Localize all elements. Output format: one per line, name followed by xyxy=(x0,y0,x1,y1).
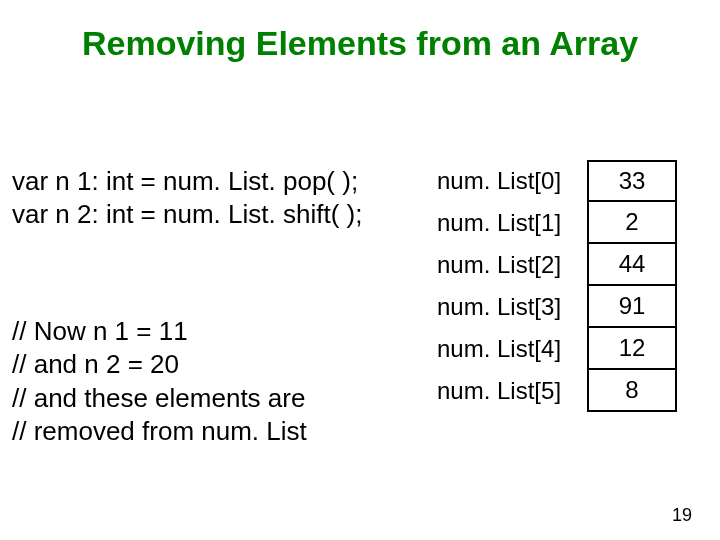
array-value-cell: 12 xyxy=(587,328,677,370)
array-index-label: num. List[4] xyxy=(435,328,587,370)
table-row: num. List[0] 33 xyxy=(435,160,677,202)
code-line: var n 2: int = num. List. shift( ); xyxy=(12,198,362,231)
table-row: num. List[4] 12 xyxy=(435,328,677,370)
array-table: num. List[0] 33 num. List[1] 2 num. List… xyxy=(435,160,677,412)
table-row: num. List[3] 91 xyxy=(435,286,677,328)
array-index-label: num. List[5] xyxy=(435,370,587,412)
table-row: num. List[5] 8 xyxy=(435,370,677,412)
slide: Removing Elements from an Array var n 1:… xyxy=(0,0,720,540)
array-value-cell: 2 xyxy=(587,202,677,244)
array-index-label: num. List[1] xyxy=(435,202,587,244)
array-value-cell: 91 xyxy=(587,286,677,328)
code-block-comments: // Now n 1 = 11 // and n 2 = 20 // and t… xyxy=(12,315,307,448)
comment-line: // and n 2 = 20 xyxy=(12,348,307,381)
code-block-declarations: var n 1: int = num. List. pop( ); var n … xyxy=(12,165,362,232)
array-value-cell: 44 xyxy=(587,244,677,286)
array-index-label: num. List[0] xyxy=(435,160,587,202)
array-index-label: num. List[2] xyxy=(435,244,587,286)
array-value-cell: 33 xyxy=(587,160,677,202)
comment-line: // Now n 1 = 11 xyxy=(12,315,307,348)
table-row: num. List[1] 2 xyxy=(435,202,677,244)
comment-line: // and these elements are xyxy=(12,382,307,415)
table-row: num. List[2] 44 xyxy=(435,244,677,286)
array-index-label: num. List[3] xyxy=(435,286,587,328)
comment-line: // removed from num. List xyxy=(12,415,307,448)
page-title: Removing Elements from an Array xyxy=(0,24,720,63)
array-value-cell: 8 xyxy=(587,370,677,412)
code-line: var n 1: int = num. List. pop( ); xyxy=(12,165,362,198)
page-number: 19 xyxy=(672,505,692,526)
